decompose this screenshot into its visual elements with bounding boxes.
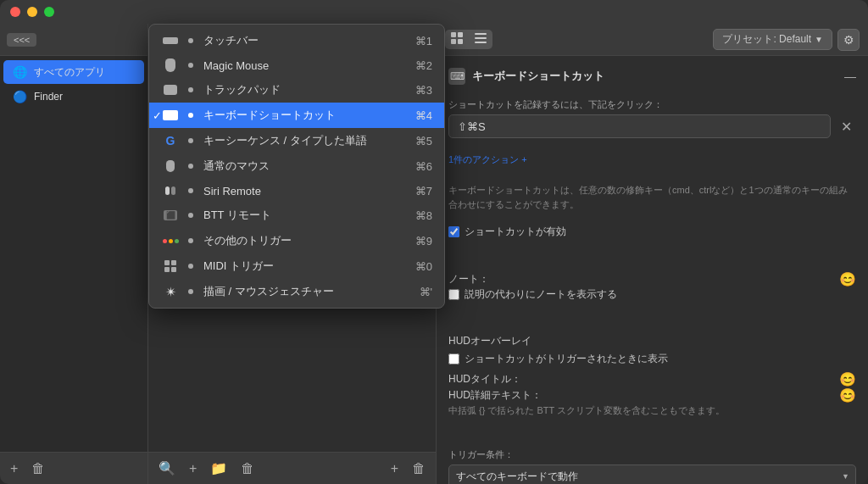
keyboard-icon bbox=[161, 108, 180, 122]
dropdown-shortcut: ⌘6 bbox=[415, 160, 432, 173]
back-button[interactable]: <<< bbox=[7, 33, 36, 47]
dropdown-item-magic-mouse[interactable]: Magic Mouse ⌘2 bbox=[149, 53, 444, 77]
siri-icon bbox=[161, 184, 180, 197]
minimize-button[interactable] bbox=[27, 7, 37, 17]
grid-view-button[interactable] bbox=[445, 30, 469, 49]
hud-detail-row: HUD詳細テキスト： 😊 bbox=[448, 387, 856, 403]
close-button[interactable] bbox=[10, 7, 20, 17]
normal-mouse-icon bbox=[161, 159, 180, 173]
svg-rect-1 bbox=[458, 32, 463, 37]
dropdown-item-label: トラックパッド bbox=[203, 82, 407, 97]
hud-title-emoji-button[interactable]: 😊 bbox=[839, 371, 856, 387]
dot-indicator bbox=[188, 164, 193, 169]
sidebar-items: 🌐 すべてのアプリ 🔵 Finder bbox=[0, 56, 147, 452]
show-note-label: 説明の代わりにノートを表示する bbox=[465, 287, 617, 302]
preset-button[interactable]: プリセット: Default ▼ bbox=[713, 29, 832, 50]
chevron-down-icon: ▼ bbox=[815, 35, 823, 44]
remove-app-button[interactable]: 🗑 bbox=[28, 459, 48, 478]
trigger-select-wrapper: すべてのキーボードで動作左方の修飾キーを区別する bbox=[448, 465, 856, 485]
dropdown-item-btt-remote[interactable]: ⬛ BTT リモート ⌘8 bbox=[149, 203, 444, 228]
list-view-button[interactable] bbox=[469, 30, 492, 49]
dropdown-shortcut: ⌘1 bbox=[415, 35, 432, 47]
maximize-button[interactable] bbox=[44, 7, 54, 17]
note-emoji-button[interactable]: 😊 bbox=[839, 271, 856, 287]
sidebar-item-finder[interactable]: 🔵 Finder bbox=[3, 85, 144, 108]
dropdown-item-label: Siri Remote bbox=[203, 185, 407, 197]
dropdown-item-label: 通常のマウス bbox=[203, 159, 407, 174]
right-toolbar: プリセット: Default ▼ ⚙ bbox=[437, 24, 868, 56]
dropdown-item-trackpad[interactable]: トラックパッド ⌘3 bbox=[149, 77, 444, 103]
show-note-checkbox[interactable] bbox=[448, 289, 459, 300]
add-trigger-footer-button[interactable]: + bbox=[387, 459, 402, 478]
section-title: キーボードショートカット bbox=[472, 69, 604, 84]
dropdown-shortcut: ⌘0 bbox=[415, 260, 432, 273]
dropdown-item-label: Magic Mouse bbox=[203, 59, 407, 72]
svg-rect-0 bbox=[451, 32, 456, 37]
touchbar-icon bbox=[161, 34, 180, 47]
hud-detail-emoji-button[interactable]: 😊 bbox=[839, 387, 856, 403]
star-icon: ✴ bbox=[161, 285, 180, 298]
svg-rect-6 bbox=[475, 42, 487, 43]
svg-rect-2 bbox=[451, 39, 456, 44]
svg-rect-3 bbox=[458, 39, 463, 44]
add-action-button[interactable]: + bbox=[186, 459, 200, 478]
dot-indicator bbox=[188, 38, 193, 43]
svg-rect-5 bbox=[475, 37, 487, 39]
delete-action-button[interactable]: 🗑 bbox=[237, 459, 258, 478]
dropdown-item-label: 描画 / マウスジェスチャー bbox=[203, 284, 411, 299]
hud-section-label: HUDオーバーレイ bbox=[448, 334, 856, 348]
show-note-row: 説明の代わりにノートを表示する bbox=[448, 287, 856, 302]
app-window: <<< 🌐 すべてのアプリ 🔵 Finder + 🗑 bbox=[0, 0, 868, 484]
keyboard-section-icon: ⌨ bbox=[448, 68, 465, 85]
delete-trigger-button[interactable]: 🗑 bbox=[409, 459, 429, 478]
trigger-conditions-label: トリガー条件： bbox=[448, 448, 856, 461]
view-toggle-group bbox=[445, 30, 492, 49]
trigger-conditions: トリガー条件： すべてのキーボードで動作左方の修飾キーを区別する bbox=[448, 448, 856, 485]
sidebar-item-label: すべてのアプリ bbox=[34, 65, 105, 80]
dropdown-shortcut: ⌘9 bbox=[415, 235, 432, 248]
section-header: ⌨ キーボードショートカット — bbox=[448, 68, 856, 85]
dropdown-shortcut: ⌘2 bbox=[415, 59, 432, 72]
dropdown-item-label: その他のトリガー bbox=[203, 233, 407, 248]
clear-shortcut-button[interactable]: ✕ bbox=[836, 116, 856, 136]
dropdown-item-other[interactable]: その他のトリガー ⌘9 bbox=[149, 228, 444, 253]
dot-indicator bbox=[188, 138, 193, 143]
dot-indicator bbox=[188, 87, 193, 92]
dropdown-item-label: キーボードショートカット bbox=[203, 108, 407, 123]
shortcut-enabled-checkbox[interactable] bbox=[448, 226, 459, 237]
dropdown-item-label: キーシーケンス / タイプした単語 bbox=[203, 133, 407, 148]
sidebar-item-all-apps[interactable]: 🌐 すべてのアプリ bbox=[3, 60, 144, 84]
right-content: ⌨ キーボードショートカット — ショートカットを記録するには、下記をクリック：… bbox=[437, 56, 868, 484]
gear-button[interactable]: ⚙ bbox=[837, 29, 860, 51]
note-label-row: ノート： 😊 bbox=[448, 271, 856, 287]
action-count-link[interactable]: 1件のアクション + bbox=[448, 153, 856, 166]
add-folder-button[interactable]: 📁 bbox=[207, 459, 231, 478]
dot-indicator bbox=[188, 63, 193, 68]
globe-icon: 🌐 bbox=[12, 64, 27, 80]
add-app-button[interactable]: + bbox=[7, 459, 21, 478]
dots-icon bbox=[161, 234, 180, 248]
dropdown-item-keyboard[interactable]: ✓ キーボードショートカット ⌘4 bbox=[149, 103, 444, 128]
trigger-keyboard-select[interactable]: すべてのキーボードで動作左方の修飾キーを区別する bbox=[448, 465, 856, 485]
g-icon: G bbox=[161, 134, 180, 147]
dropdown-item-midi[interactable]: MIDI トリガー ⌘0 bbox=[149, 253, 444, 279]
shortcut-input-row: ✕ bbox=[448, 114, 856, 138]
dropdown-item-key-sequence[interactable]: G キーシーケンス / タイプした単語 ⌘5 bbox=[149, 128, 444, 153]
trigger-type-dropdown: タッチバー ⌘1 Magic Mouse ⌘2 トラックパッド ⌘3 bbox=[148, 24, 445, 309]
note-label: ノート： bbox=[448, 272, 489, 287]
hud-enabled-row: ショートカットがトリガーされたときに表示 bbox=[448, 352, 856, 366]
dot-indicator bbox=[188, 264, 193, 269]
hud-enabled-checkbox[interactable] bbox=[448, 353, 459, 364]
dropdown-item-drawing[interactable]: ✴ 描画 / マウスジェスチャー ⌘' bbox=[149, 279, 444, 304]
dropdown-item-normal-mouse[interactable]: 通常のマウス ⌘6 bbox=[149, 153, 444, 179]
shortcut-input[interactable] bbox=[448, 114, 831, 138]
collapse-button[interactable]: — bbox=[844, 70, 856, 83]
dropdown-item-siri[interactable]: Siri Remote ⌘7 bbox=[149, 179, 444, 203]
sidebar-toolbar: <<< bbox=[0, 24, 147, 56]
grid-icon bbox=[161, 259, 180, 273]
trackpad-icon bbox=[161, 83, 180, 97]
dropdown-item-touchbar[interactable]: タッチバー ⌘1 bbox=[149, 28, 444, 53]
search-button[interactable]: 🔍 bbox=[155, 459, 179, 478]
main-content: <<< 🌐 すべてのアプリ 🔵 Finder + 🗑 bbox=[0, 24, 868, 484]
hud-title-label: HUDタイトル： bbox=[448, 372, 521, 387]
